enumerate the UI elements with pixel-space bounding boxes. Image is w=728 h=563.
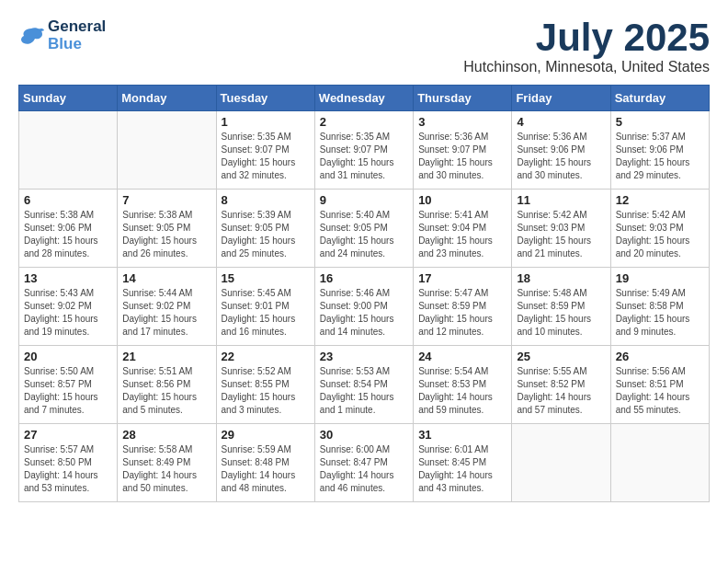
day-number: 30 xyxy=(320,428,408,442)
calendar-cell: 17Sunrise: 5:47 AMSunset: 8:59 PMDayligh… xyxy=(414,268,512,346)
calendar-cell: 16Sunrise: 5:46 AMSunset: 9:00 PMDayligh… xyxy=(314,268,413,346)
day-number: 11 xyxy=(517,193,605,207)
calendar-cell xyxy=(610,424,709,502)
day-info: Sunrise: 5:53 AMSunset: 8:54 PMDaylight:… xyxy=(320,365,408,417)
calendar-cell: 9Sunrise: 5:40 AMSunset: 9:05 PMDaylight… xyxy=(314,190,413,268)
day-number: 28 xyxy=(122,428,210,442)
calendar-cell: 7Sunrise: 5:38 AMSunset: 9:05 PMDaylight… xyxy=(118,190,216,268)
calendar-cell: 31Sunrise: 6:01 AMSunset: 8:45 PMDayligh… xyxy=(414,424,512,502)
calendar-cell: 22Sunrise: 5:52 AMSunset: 8:55 PMDayligh… xyxy=(216,346,314,424)
calendar-cell: 12Sunrise: 5:42 AMSunset: 9:03 PMDayligh… xyxy=(610,190,709,268)
day-number: 27 xyxy=(24,428,112,442)
day-number: 23 xyxy=(320,350,408,363)
weekday-header-monday: Monday xyxy=(118,86,216,111)
calendar-cell: 30Sunrise: 6:00 AMSunset: 8:47 PMDayligh… xyxy=(314,424,413,502)
calendar-cell: 1Sunrise: 5:35 AMSunset: 9:07 PMDaylight… xyxy=(216,111,314,190)
calendar-cell: 18Sunrise: 5:48 AMSunset: 8:59 PMDayligh… xyxy=(512,268,610,346)
day-number: 10 xyxy=(418,193,506,207)
day-info: Sunrise: 5:59 AMSunset: 8:48 PMDaylight:… xyxy=(222,443,310,495)
day-info: Sunrise: 5:43 AMSunset: 9:02 PMDaylight:… xyxy=(24,287,112,339)
day-number: 22 xyxy=(222,350,310,363)
day-number: 17 xyxy=(418,271,506,285)
day-number: 1 xyxy=(222,115,310,129)
day-info: Sunrise: 6:00 AMSunset: 8:47 PMDaylight:… xyxy=(320,443,408,495)
calendar-cell xyxy=(512,424,610,502)
day-number: 14 xyxy=(122,271,210,285)
day-number: 3 xyxy=(418,115,506,129)
calendar-cell: 13Sunrise: 5:43 AMSunset: 9:02 PMDayligh… xyxy=(19,268,118,346)
day-info: Sunrise: 5:37 AMSunset: 9:06 PMDaylight:… xyxy=(616,131,704,182)
day-info: Sunrise: 5:35 AMSunset: 9:07 PMDaylight:… xyxy=(222,131,310,182)
day-info: Sunrise: 5:35 AMSunset: 9:07 PMDaylight:… xyxy=(320,131,408,182)
calendar-cell: 21Sunrise: 5:51 AMSunset: 8:56 PMDayligh… xyxy=(118,346,216,424)
calendar-cell: 23Sunrise: 5:53 AMSunset: 8:54 PMDayligh… xyxy=(314,346,413,424)
day-number: 21 xyxy=(122,350,210,363)
calendar-cell: 2Sunrise: 5:35 AMSunset: 9:07 PMDaylight… xyxy=(314,111,413,190)
calendar-cell: 14Sunrise: 5:44 AMSunset: 9:02 PMDayligh… xyxy=(118,268,216,346)
location-title: Hutchinson, Minnesota, United States xyxy=(463,59,710,75)
calendar-cell: 19Sunrise: 5:49 AMSunset: 8:58 PMDayligh… xyxy=(610,268,709,346)
calendar-cell: 26Sunrise: 5:56 AMSunset: 8:51 PMDayligh… xyxy=(610,346,709,424)
calendar-cell: 20Sunrise: 5:50 AMSunset: 8:57 PMDayligh… xyxy=(19,346,118,424)
day-info: Sunrise: 5:39 AMSunset: 9:05 PMDaylight:… xyxy=(222,209,310,260)
day-info: Sunrise: 5:52 AMSunset: 8:55 PMDaylight:… xyxy=(222,365,310,417)
day-number: 25 xyxy=(517,350,605,363)
calendar-cell: 28Sunrise: 5:58 AMSunset: 8:49 PMDayligh… xyxy=(118,424,216,502)
day-number: 13 xyxy=(24,271,112,285)
calendar-cell: 3Sunrise: 5:36 AMSunset: 9:07 PMDaylight… xyxy=(414,111,512,190)
calendar-cell: 6Sunrise: 5:38 AMSunset: 9:06 PMDaylight… xyxy=(19,190,118,268)
day-info: Sunrise: 5:58 AMSunset: 8:49 PMDaylight:… xyxy=(122,443,210,495)
title-area: July 2025 Hutchinson, Minnesota, United … xyxy=(463,18,710,75)
day-info: Sunrise: 5:38 AMSunset: 9:05 PMDaylight:… xyxy=(122,209,210,260)
calendar-cell: 15Sunrise: 5:45 AMSunset: 9:01 PMDayligh… xyxy=(216,268,314,346)
month-title: July 2025 xyxy=(463,18,710,57)
weekday-header-thursday: Thursday xyxy=(414,86,512,111)
day-number: 24 xyxy=(418,350,506,363)
calendar-cell: 29Sunrise: 5:59 AMSunset: 8:48 PMDayligh… xyxy=(216,424,314,502)
week-row-1: 1Sunrise: 5:35 AMSunset: 9:07 PMDaylight… xyxy=(19,111,710,190)
day-number: 16 xyxy=(320,271,408,285)
day-number: 2 xyxy=(320,115,408,129)
calendar-cell xyxy=(118,111,216,190)
day-number: 6 xyxy=(24,193,112,207)
calendar: SundayMondayTuesdayWednesdayThursdayFrid… xyxy=(18,85,710,502)
day-number: 12 xyxy=(616,193,704,207)
day-number: 18 xyxy=(517,271,605,285)
day-info: Sunrise: 5:36 AMSunset: 9:06 PMDaylight:… xyxy=(517,131,605,182)
day-info: Sunrise: 5:56 AMSunset: 8:51 PMDaylight:… xyxy=(616,365,704,417)
logo-text: General Blue xyxy=(48,18,106,52)
day-info: Sunrise: 5:38 AMSunset: 9:06 PMDaylight:… xyxy=(24,209,112,260)
logo-icon xyxy=(18,25,44,47)
day-info: Sunrise: 5:50 AMSunset: 8:57 PMDaylight:… xyxy=(24,365,112,417)
day-info: Sunrise: 5:40 AMSunset: 9:05 PMDaylight:… xyxy=(320,209,408,260)
day-info: Sunrise: 5:42 AMSunset: 9:03 PMDaylight:… xyxy=(616,209,704,260)
calendar-cell: 10Sunrise: 5:41 AMSunset: 9:04 PMDayligh… xyxy=(414,190,512,268)
day-info: Sunrise: 5:45 AMSunset: 9:01 PMDaylight:… xyxy=(222,287,310,339)
day-number: 31 xyxy=(418,428,506,442)
weekday-header-saturday: Saturday xyxy=(610,86,709,111)
day-info: Sunrise: 5:55 AMSunset: 8:52 PMDaylight:… xyxy=(517,365,605,417)
day-number: 29 xyxy=(222,428,310,442)
calendar-cell xyxy=(19,111,118,190)
day-info: Sunrise: 5:57 AMSunset: 8:50 PMDaylight:… xyxy=(24,443,112,495)
week-row-5: 27Sunrise: 5:57 AMSunset: 8:50 PMDayligh… xyxy=(19,424,710,502)
weekday-header-row: SundayMondayTuesdayWednesdayThursdayFrid… xyxy=(19,86,710,111)
weekday-header-friday: Friday xyxy=(512,86,610,111)
day-info: Sunrise: 6:01 AMSunset: 8:45 PMDaylight:… xyxy=(418,443,506,495)
day-number: 7 xyxy=(122,193,210,207)
day-info: Sunrise: 5:47 AMSunset: 8:59 PMDaylight:… xyxy=(418,287,506,339)
weekday-header-tuesday: Tuesday xyxy=(216,86,314,111)
week-row-4: 20Sunrise: 5:50 AMSunset: 8:57 PMDayligh… xyxy=(19,346,710,424)
calendar-cell: 27Sunrise: 5:57 AMSunset: 8:50 PMDayligh… xyxy=(19,424,118,502)
day-number: 26 xyxy=(616,350,704,363)
calendar-cell: 25Sunrise: 5:55 AMSunset: 8:52 PMDayligh… xyxy=(512,346,610,424)
calendar-cell: 24Sunrise: 5:54 AMSunset: 8:53 PMDayligh… xyxy=(414,346,512,424)
logo: General Blue xyxy=(18,18,106,52)
week-row-2: 6Sunrise: 5:38 AMSunset: 9:06 PMDaylight… xyxy=(19,190,710,268)
day-info: Sunrise: 5:46 AMSunset: 9:00 PMDaylight:… xyxy=(320,287,408,339)
calendar-cell: 4Sunrise: 5:36 AMSunset: 9:06 PMDaylight… xyxy=(512,111,610,190)
weekday-header-sunday: Sunday xyxy=(19,86,118,111)
day-number: 20 xyxy=(24,350,112,363)
week-row-3: 13Sunrise: 5:43 AMSunset: 9:02 PMDayligh… xyxy=(19,268,710,346)
day-info: Sunrise: 5:41 AMSunset: 9:04 PMDaylight:… xyxy=(418,209,506,260)
